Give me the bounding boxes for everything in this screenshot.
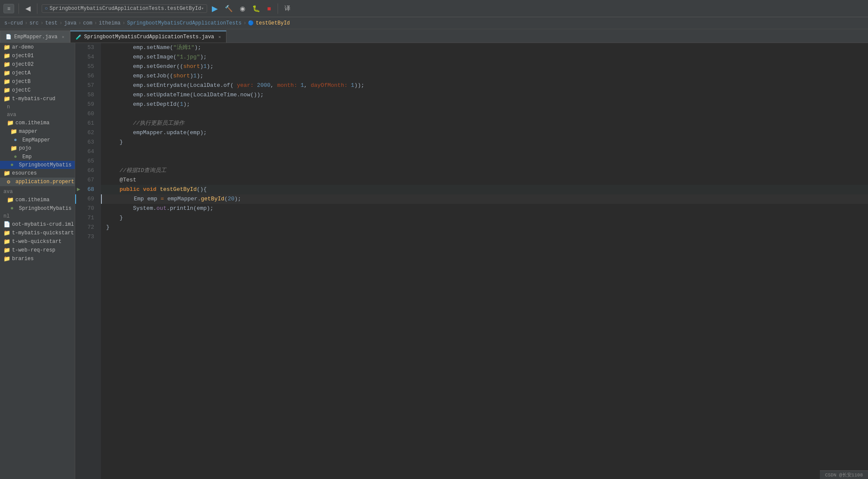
code-line-73	[101, 232, 868, 242]
bc-class[interactable]: SpringbootMybatisCrudApplicationTests	[127, 20, 241, 26]
tab-springboottest-close[interactable]: ✕	[218, 34, 221, 40]
back-btn[interactable]: ◀	[23, 3, 33, 14]
code-text: @Test	[119, 175, 136, 185]
sidebar-label: pojo	[19, 145, 31, 151]
sidebar-item-pojo[interactable]: 📁 pojo	[0, 144, 75, 153]
menu-btn[interactable]: ≡	[3, 4, 14, 13]
run-btn[interactable]: ▶	[210, 3, 220, 15]
code-line-64	[101, 147, 868, 157]
bc-test[interactable]: test	[45, 20, 58, 26]
sidebar-item-ojectA[interactable]: 📁 ojectA	[0, 69, 75, 77]
code-text: }	[106, 223, 110, 232]
bc-method[interactable]: testGetById	[256, 20, 290, 26]
config-icon: ○	[45, 6, 48, 12]
sidebar-item-nl[interactable]: nl	[0, 212, 75, 220]
coverage-btn[interactable]: ◉	[238, 3, 248, 14]
sidebar-item-web-req-resp[interactable]: 📁 t-web-req-resp	[0, 246, 75, 255]
code-text: 1	[203, 62, 207, 71]
sidebar-item-springbootmybatis-main[interactable]: ● SpringbootMybatis	[0, 161, 75, 169]
bc-s-crud[interactable]: s-crud	[4, 20, 23, 26]
bc-sep6: ›	[122, 20, 125, 26]
code-text: emp.setEntrydate(LocalDate.of(	[106, 81, 237, 90]
stop-btn[interactable]: ■	[265, 3, 273, 13]
code-text: "汤姆1"	[173, 43, 194, 52]
sidebar-label: SpringbootMybatis	[19, 162, 71, 168]
code-text: 1	[301, 81, 304, 90]
bc-src[interactable]: src	[29, 20, 39, 26]
sidebar-label: oot-mybatis-crud.iml	[12, 221, 74, 227]
code-text: empMapper.	[164, 194, 201, 204]
ln-63: 63	[75, 138, 98, 147]
code-text: public	[119, 185, 140, 194]
code-text: (){	[197, 185, 207, 194]
tab-empmapper-close[interactable]: ✕	[62, 34, 64, 40]
code-text: );	[235, 194, 241, 204]
folder-icon: 📁	[3, 78, 10, 85]
sidebar-item-ojectB[interactable]: 📁 ojectB	[0, 77, 75, 86]
tab-springboottest[interactable]: 🧪 SpringbootMybatisCrudApplicationTests.…	[70, 31, 226, 43]
sidebar-item-oject02[interactable]: 📁 oject02	[0, 60, 75, 69]
code-line-61: //执行更新员工操作	[101, 119, 868, 128]
code-text: emp.setGender((	[106, 62, 183, 71]
folder-icon: 📁	[3, 230, 10, 236]
ln-66: 66	[75, 166, 98, 175]
sidebar-label: esources	[12, 170, 37, 176]
code-text	[106, 185, 119, 194]
run-gutter-icon[interactable]: ▶	[77, 185, 80, 194]
sidebar-item-appprops[interactable]: ⚙ application.properties	[0, 178, 75, 186]
sidebar-item-mybatis-quickstart[interactable]: 📁 t-mybatis-quickstart	[0, 229, 75, 237]
bc-java[interactable]: java	[64, 20, 76, 26]
sidebar-item-java2[interactable]: ava	[0, 188, 75, 196]
sidebar-label: ojectC	[12, 87, 31, 93]
sidebar-item-n[interactable]: n	[0, 103, 75, 111]
code-editor[interactable]: emp.setName("汤姆1"); emp.setImage("1.jpg"…	[101, 43, 868, 479]
tab-empmapper[interactable]: 📄 EmpMapper.java ✕	[0, 31, 70, 43]
statusbar: CSDN @长安1108	[820, 470, 868, 479]
class-icon: ●	[10, 205, 17, 212]
sidebar-label: t-web-quickstart	[12, 239, 61, 245]
translate-btn[interactable]: 译	[282, 3, 293, 14]
editor-area[interactable]: 53 54 55 56 57 58 59 60 61 62 63 64 65 6…	[75, 43, 868, 479]
sidebar-label: nl	[3, 213, 9, 219]
code-line-57: emp.setEntrydate(LocalDate.of( year: 200…	[101, 81, 868, 90]
code-text: //根据ID查询员工	[106, 166, 166, 175]
sidebar-item-mapper[interactable]: 📁 mapper	[0, 127, 75, 136]
sidebar-item-com-itheima[interactable]: 📁 com.itheima	[0, 119, 75, 127]
sidebar-item-ar-demo[interactable]: 📁 ar-demo	[0, 43, 75, 52]
sidebar-label: braries	[12, 256, 34, 262]
bc-itheima[interactable]: itheima	[99, 20, 120, 26]
bc-com[interactable]: com	[83, 20, 92, 26]
folder-icon: 📁	[3, 95, 10, 102]
debug-btn[interactable]: 🐛	[250, 3, 263, 14]
bc-sep2: ›	[40, 20, 43, 26]
code-text: Emp emp	[134, 194, 160, 204]
ln-68: ▶ 68	[75, 185, 98, 194]
sidebar-item-ojectC[interactable]: 📁 ojectC	[0, 86, 75, 95]
sidebar-item-mybatis-crud[interactable]: 📁 t-mybatis-crud	[0, 95, 75, 103]
folder-icon: 📁	[3, 44, 10, 51]
tab-springboottest-icon: 🧪	[76, 34, 82, 40]
folder-icon: 📁	[3, 170, 10, 177]
code-text: );	[197, 71, 204, 81]
code-line-60	[101, 109, 868, 119]
run-config-dropdown[interactable]: ○ SpringbootMybatisCrudApplicationTests.…	[42, 4, 207, 13]
sidebar-label: ojectA	[12, 70, 31, 76]
sidebar-item-resources[interactable]: 📁 esources	[0, 169, 75, 178]
sidebar-item-springbootmybatis-test[interactable]: ● SpringbootMybatis	[0, 204, 75, 212]
ln-62: 62	[75, 128, 98, 138]
code-text: testGetById	[160, 185, 197, 194]
sidebar-item-oject01[interactable]: 📁 oject01	[0, 52, 75, 60]
sidebar-item-iml[interactable]: 📄 oot-mybatis-crud.iml	[0, 220, 75, 229]
build-btn[interactable]: 🔨	[223, 3, 235, 14]
code-text: )	[200, 62, 203, 71]
sidebar-label: t-web-req-resp	[12, 247, 55, 253]
sidebar-item-com-itheima2[interactable]: 📁 com.itheima	[0, 196, 75, 204]
code-text: ));	[354, 81, 364, 90]
sidebar-item-empmapper[interactable]: ● EmpMapper	[0, 136, 75, 144]
sidebar-item-java[interactable]: ava	[0, 111, 75, 119]
sidebar-item-braries[interactable]: 📁 braries	[0, 255, 75, 263]
interface-icon: ●	[14, 137, 21, 143]
sidebar-item-emp[interactable]: ● Emp	[0, 153, 75, 161]
sidebar-item-web-quickstart[interactable]: 📁 t-web-quickstart	[0, 237, 75, 246]
code-text: }	[106, 213, 123, 223]
